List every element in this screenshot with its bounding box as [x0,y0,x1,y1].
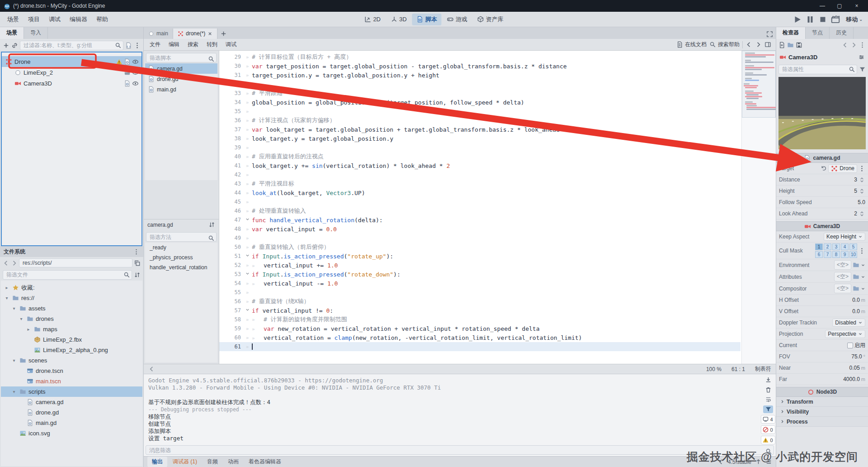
load-resource-icon[interactable] [787,42,794,48]
value-field[interactable]: 75.0 [851,353,862,360]
code-line-53[interactable]: 53 if Input.is_action_pressed("rotate_do… [219,270,741,279]
code-line-52[interactable]: 52 » »vertical_input += 1.0 [219,261,741,270]
node-tools-icon[interactable] [858,54,865,61]
menu-project[interactable]: 项目 [24,14,44,25]
fs-item-res[interactable]: ▾ res:// [1,293,142,303]
code-minimap[interactable] [741,51,776,364]
dots-icon[interactable] [859,165,865,172]
group-visibility[interactable]: Visibility [776,407,868,417]
script-menu-edit[interactable]: 编辑 [165,39,184,50]
distraction-free-icon[interactable] [766,31,773,38]
bottom-panel-menu-icon[interactable] [765,458,772,465]
code-line-50[interactable]: 50 » # 垂直旋转输入（前后俯仰） [219,243,741,252]
scene-filter-input[interactable] [20,41,123,50]
folder-icon[interactable] [853,273,859,280]
code-line-42[interactable]: 42 » [219,170,741,179]
warn-icon[interactable] [116,58,123,65]
code-line-31[interactable]: 31 » target_position.y = target.global_p… [219,71,741,80]
bottom-tab-output[interactable]: 输出 [147,457,167,467]
search-help-button[interactable]: 搜索帮助 [709,41,740,48]
code-line-41[interactable]: 41 » look_target.y += sin(vertical_rotat… [219,161,741,170]
bottom-tab-debugger[interactable]: 调试器 (1) [168,457,202,467]
new-resource-icon[interactable] [778,42,785,48]
renderer-dropdown[interactable]: 移动 ⌄ [843,14,865,25]
spin-icon[interactable] [859,176,865,183]
add-node-icon[interactable] [3,42,9,49]
dock-tab-import[interactable]: 导入 [24,27,48,39]
workspace-assetlib[interactable]: 资产库 [473,14,508,25]
dock-tab-node[interactable]: 节点 [806,27,830,39]
warning-count-badge[interactable]: 0 [761,436,775,444]
fs-item-assets[interactable]: ▾ assets [1,303,142,314]
instantiate-scene-icon[interactable] [11,42,18,49]
pause-button[interactable] [805,14,815,24]
fs-item-main-gd[interactable]: main.gd [1,418,142,428]
mask-layer-2[interactable]: 2 [824,243,831,250]
fs-item-收藏[interactable]: ▸ 收藏: [1,282,142,293]
bottom-tab-audio[interactable]: 音频 [203,457,222,467]
value-field[interactable]: 5.0 [858,199,865,205]
eye-icon[interactable] [132,80,139,87]
save-resource-icon[interactable] [796,42,802,48]
spin-icon[interactable] [859,210,865,217]
method-item-handle-vertical-rotation[interactable]: handle_vertical_rotation [145,262,217,272]
filesystem-filter-input[interactable] [3,270,132,280]
mask-layer-6[interactable]: 6 [815,251,823,258]
code-line-32[interactable]: 32 » [219,80,741,89]
code-line-34[interactable]: 34 » global_position = global_position.l… [219,98,741,107]
script-item-main-gd[interactable]: main.gd [145,84,217,95]
resource-field[interactable]: <空> [834,260,851,270]
fold-arrow-icon[interactable] [245,307,250,312]
code-line-61[interactable]: 61 » [219,342,741,351]
eye-icon[interactable] [132,69,139,76]
current-path-field[interactable]: res://scripts/ [19,258,132,267]
code-line-59[interactable]: 59 » »var new_rotation = vertical_rotati… [219,324,741,333]
inspector-back-icon[interactable] [842,42,849,48]
message-filter-input[interactable] [146,445,774,455]
code-line-49[interactable]: 49 » [219,234,741,243]
fold-arrow-icon[interactable]: ▾ [18,316,24,321]
scene-tab-drone[interactable]: drone(*) [173,29,217,39]
fs-item-drone-gd[interactable]: drone.gd [1,407,142,418]
focus-path-icon[interactable] [134,260,141,267]
workspace-3d[interactable]: 3D [386,14,411,24]
fold-arrow-icon[interactable] [245,253,250,258]
fs-item-main-tscn[interactable]: main.tscn [1,376,142,386]
fs-item-drone-tscn[interactable]: drone.tscn [1,366,142,376]
clear-output-icon[interactable] [763,386,773,394]
revert-icon[interactable] [820,165,827,172]
mask-layer-7[interactable]: 7 [824,251,831,258]
maximize-button[interactable]: ▢ [832,1,847,10]
scroll-left-icon[interactable] [148,366,155,372]
fold-arrow-icon[interactable]: ▾ [11,358,17,363]
code-line-54[interactable]: 54 » »vertical_input -= 1.0 [219,279,741,288]
fs-item-scripts[interactable]: ▾ scripts [1,386,142,397]
method-item-ready[interactable]: _ready [145,243,217,253]
instance-icon[interactable] [124,69,131,76]
fold-arrow-icon[interactable]: ▸ [25,327,32,332]
menu-scene[interactable]: 场景 [3,14,24,25]
value-field[interactable]: 0.05 [849,365,859,371]
value-field[interactable]: 0.0 [852,308,860,315]
dock-tab-inspector[interactable]: 检查器 [776,27,806,39]
filter-options-icon[interactable] [859,66,866,73]
value-field[interactable]: 3 [854,176,857,183]
value-field[interactable]: 2 [854,210,857,217]
script-item-drone-gd[interactable]: drone.gd [145,74,217,84]
attach-script-icon[interactable] [125,42,132,49]
dots-icon[interactable] [859,248,865,254]
error-count-badge[interactable]: 0 [761,425,775,434]
edited-node-selector[interactable]: Camera3D [776,51,868,63]
filter-scripts-input[interactable] [146,53,217,62]
script-icon[interactable] [124,80,131,87]
movie-mode-button[interactable] [830,14,840,24]
scene-tab-main[interactable]: main [144,29,173,39]
folder-icon[interactable] [853,262,859,268]
fold-arrow-icon[interactable]: ▾ [11,306,17,311]
code-line-40[interactable]: 40 » # 应用垂直旋转后的注视点 [219,152,741,161]
node-path-field[interactable]: Drone [828,164,857,173]
menu-debug[interactable]: 调试 [44,14,65,25]
code-line-58[interactable]: 58 » »# 计算新的旋转角度并限制范围 [219,315,741,324]
workspace-2d[interactable]: 2D [360,14,385,24]
dock-tab-history[interactable]: 历史 [830,27,854,39]
